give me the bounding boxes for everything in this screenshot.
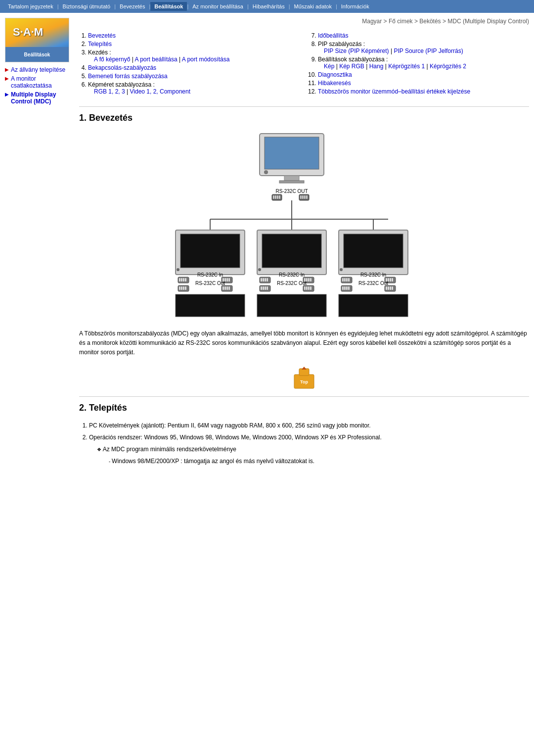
svg-rect-41: [222, 286, 224, 290]
toc-link-3c[interactable]: A port módosítása: [182, 56, 230, 63]
breadcrumb: Magyar > Fő cimek > Bekötés > MDC (Multi…: [79, 18, 529, 25]
svg-rect-72: [257, 294, 326, 317]
svg-rect-51: [261, 278, 262, 282]
top-icon-area: Top: [79, 366, 529, 390]
svg-text:Top: Top: [300, 379, 308, 384]
svg-rect-53: [265, 278, 266, 282]
sidebar-item-mdc[interactable]: ▶ Multiple Display Control (MDC): [5, 91, 74, 105]
svg-point-49: [258, 268, 261, 271]
toc-link-3a[interactable]: A fő képernyő: [94, 56, 130, 63]
svg-rect-96: [392, 286, 393, 290]
svg-rect-38: [183, 286, 184, 290]
section2-subitem-1: Az MDC program minimális rendszerkövetel…: [97, 445, 529, 454]
toc-item-1: Bevezetés: [88, 32, 299, 39]
svg-rect-100: [299, 369, 309, 376]
svg-rect-4: [279, 181, 304, 183]
svg-rect-90: [346, 286, 348, 290]
svg-rect-25: [179, 278, 180, 282]
section1-heading: 1. Bevezetés: [79, 113, 529, 123]
svg-point-75: [340, 268, 343, 271]
toc-link-4[interactable]: Bekapcsolás-szabályozás: [88, 64, 156, 71]
svg-rect-65: [267, 286, 268, 290]
svg-rect-13: [302, 195, 304, 199]
toc-link-3b[interactable]: A port beállítása: [135, 56, 178, 63]
sidebar-link-monitor[interactable]: A monitor csatlakoztatása: [11, 75, 74, 89]
toc-link-1[interactable]: Bevezetés: [88, 32, 116, 39]
svg-rect-91: [348, 286, 350, 290]
nav-item-bevezetes[interactable]: Bevezetés: [116, 2, 149, 11]
toc-link-5[interactable]: Bemeneti forrás szabályozása: [88, 73, 168, 80]
svg-rect-22: [180, 234, 240, 268]
toc-link-11[interactable]: Hibakeresés: [318, 80, 351, 87]
toc-link-2[interactable]: Telepítés: [88, 41, 112, 47]
toc-link-6b[interactable]: Video 1, 2, Component: [130, 88, 191, 95]
sidebar-link-mdc[interactable]: Multiple Display Control (MDC): [11, 91, 74, 105]
toc-link-6a[interactable]: RGB 1, 2, 3: [94, 88, 125, 95]
svg-rect-36: [179, 286, 180, 290]
svg-text:RS-232C In: RS-232C In: [360, 272, 386, 278]
toc-right-col: Időbeállítás PIP szabályozás : PIP Size …: [309, 31, 529, 96]
svg-rect-28: [185, 278, 186, 282]
sidebar-nav: ▶ Az állvány telepítése ▶ A monitor csat…: [5, 66, 74, 105]
svg-rect-33: [228, 278, 230, 282]
sidebar-link-allvany[interactable]: Az állvány telepítése: [11, 66, 65, 73]
svg-rect-85: [392, 278, 393, 282]
nav-item-hibaelharitas[interactable]: Hibaelhárítás: [249, 2, 289, 11]
svg-text:RS-232C OUT: RS-232C OUT: [275, 189, 308, 194]
arrow-icon-3: ▶: [5, 92, 9, 97]
svg-rect-59: [310, 278, 312, 282]
svg-rect-95: [390, 286, 391, 290]
svg-rect-27: [183, 278, 184, 282]
nav-item-biztonsagi[interactable]: Biztonsági útmutató: [59, 2, 115, 11]
nav-item-beallitasok[interactable]: Beállítások: [150, 2, 187, 11]
svg-rect-74: [344, 234, 403, 268]
svg-rect-64: [265, 286, 266, 290]
svg-rect-9: [277, 195, 278, 199]
toc-link-9b[interactable]: Kép RGB: [339, 63, 364, 70]
svg-rect-54: [267, 278, 268, 282]
nav-item-muszaki[interactable]: Műszaki adatok: [290, 2, 336, 11]
svg-text:RS-232C Out: RS-232C Out: [277, 281, 307, 286]
svg-rect-58: [308, 278, 310, 282]
toc-link-7[interactable]: Időbeállítás: [318, 32, 348, 39]
nav-item-tartalom[interactable]: Tartalom jegyzetek: [4, 2, 57, 11]
svg-rect-89: [344, 286, 346, 290]
toc-link-8a[interactable]: PIP Size (PIP Képméret): [324, 47, 389, 54]
section2-subsublist: Windows 98/ME/2000/XP : támogatja az ang…: [97, 457, 529, 466]
top-icon[interactable]: Top: [292, 366, 316, 390]
toc-link-10[interactable]: Diagnosztika: [318, 71, 352, 78]
svg-rect-39: [185, 286, 186, 290]
svg-rect-12: [300, 195, 302, 199]
section1-description: A Többszörös monitorszabályozás (MDC) eg…: [79, 329, 529, 358]
sidebar-item-monitor[interactable]: ▶ A monitor csatlakoztatása: [5, 75, 74, 89]
toc-item-6: Képméret szabályozása : RGB 1, 2, 3 | Vi…: [88, 81, 299, 95]
svg-rect-63: [263, 286, 264, 290]
nav-item-informaciok[interactable]: Információk: [337, 2, 373, 11]
svg-text:RS-232C Out: RS-232C Out: [195, 281, 225, 286]
svg-point-23: [177, 268, 179, 271]
toc-link-8b[interactable]: PIP Source (PIP Jelforrás): [394, 47, 463, 54]
svg-rect-15: [306, 195, 308, 199]
toc-link-9a[interactable]: Kép: [324, 63, 334, 70]
toc-link-12[interactable]: Többszörös monitor üzemmód–beállítási ér…: [318, 88, 470, 95]
svg-rect-1: [265, 137, 319, 169]
section2-sublist: Az MDC program minimális rendszerkövetel…: [89, 445, 529, 466]
svg-rect-70: [310, 286, 312, 290]
toc-link-9c[interactable]: Hang: [369, 63, 384, 70]
section2-content: PC Követelmények (ajánlott): Pentium II,…: [79, 421, 529, 466]
svg-rect-52: [263, 278, 264, 282]
svg-rect-94: [388, 286, 389, 290]
diagram-area: RS-232C OUT: [79, 131, 529, 319]
sidebar-image-label: Beállítások: [5, 47, 69, 62]
svg-rect-46: [176, 294, 245, 317]
sidebar-item-allvany[interactable]: ▶ Az állvány telepítése: [5, 66, 74, 73]
section2-item-2: Operációs rendszer: Windows 95, Windows …: [89, 433, 529, 442]
toc-item-8: PIP szabályozás : PIP Size (PIP Képméret…: [318, 41, 529, 54]
svg-marker-101: [302, 367, 307, 370]
toc-link-9e[interactable]: Képrögzítés 2: [430, 63, 466, 70]
toc-item-10: Diagnosztika: [318, 71, 529, 78]
toc-item-11: Hibakeresés: [318, 80, 529, 87]
svg-rect-93: [386, 286, 387, 290]
nav-item-monitor[interactable]: Az monitor beállítása: [188, 2, 247, 11]
toc-link-9d[interactable]: Képrögzítés 1: [388, 63, 425, 70]
